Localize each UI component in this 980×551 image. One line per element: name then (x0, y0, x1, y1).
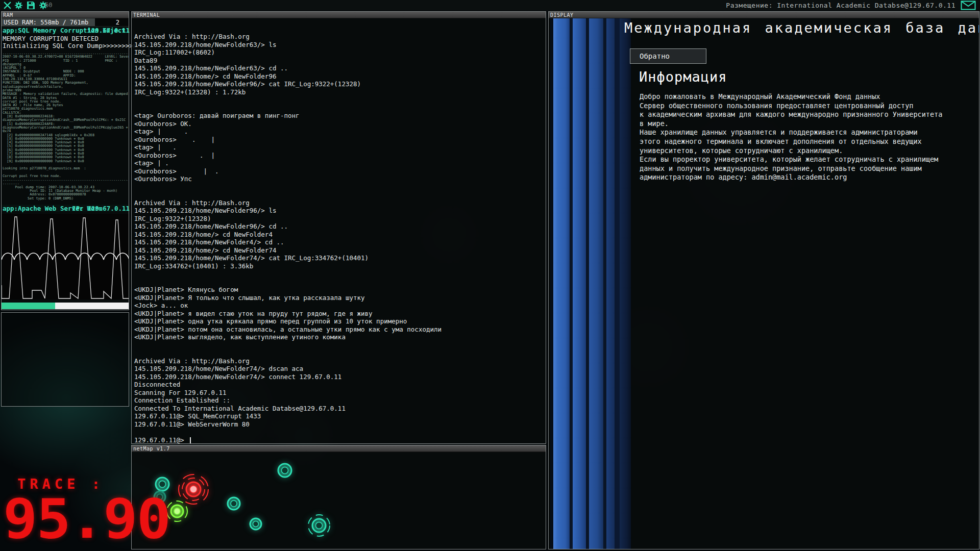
text-line: 145.105.209.218/home/NewFolder63/> ls (134, 41, 546, 49)
text-line: <Ouroboros> . | (134, 152, 546, 160)
text-line: <UKDJ|Planet> одна утка крякала прямо пе… (134, 317, 546, 325)
text-line: Archived Via : http://Bash.org (134, 33, 546, 41)
text-line: университетов, которые сотрудничают с хр… (640, 146, 942, 156)
text-line: <UKDJ|Planet> Клянусь богом (134, 286, 546, 294)
app-sql-ip: 129.67.0.11 (87, 27, 130, 34)
text-line: администраторам по адресу: admin@mail.ac… (640, 173, 942, 182)
terminal-prompt[interactable]: 129.67.0.11@> (134, 436, 546, 444)
app-webserver-worm[interactable]: app:Apache Web Server Worm IP: 129.67.0.… (2, 205, 129, 212)
text-line: <tag> Ouroboros: давай поиграем в пинг-п… (134, 112, 546, 120)
text-line (134, 96, 546, 104)
sql-core-dump-log: ........................................… (2, 49, 129, 201)
text-line: <UKDJ|Planet> потом она остановилась, а … (134, 325, 546, 334)
app-worm-ip: IP: 129.67.0.11 (72, 205, 130, 212)
text-line: <tag> | . (134, 128, 546, 136)
netmap-node-red[interactable] (179, 474, 208, 504)
text-line: <Ouroboros> Упс (134, 175, 546, 183)
connected-location: Размещение: International Academic Datab… (726, 2, 955, 9)
text-line: PID : 271000 TID : 1 PROC : (3, 59, 128, 63)
text-line: <Ouroboros> ОК. (134, 120, 546, 128)
text-line: 145.105.209.218/home/NewFolder63/> cd .. (134, 64, 546, 72)
ram-panel: RAM USED RAM: 558mb / 761mb 2 app:SQL Me… (1, 11, 129, 310)
ram-counter: 60 (45, 2, 52, 9)
terminal-lines: Archived Via : http://Bash.org145.105.20… (134, 33, 546, 436)
text-line: 145.105.209.218/home/NewFolder4/> cd .. (134, 238, 546, 246)
text-line: IRC_Log:117002+(8602) (134, 48, 546, 57)
text-line: Scanning For 129.67.0.11 (134, 389, 546, 397)
ram-scroll-indicator: 2 (116, 19, 119, 26)
text-line: <UKDJ|Planet> выглядело, как выступление… (134, 333, 546, 341)
text-line: <UKDJ|Planet> Я только что слышал, как у… (134, 294, 546, 302)
text-line: 145.105.209.218/home/NewFolder74/> cat I… (134, 254, 546, 262)
waveform-graph (2, 214, 129, 299)
text-line: 129.67.0.11@> WebServerWorm 80 (134, 420, 546, 429)
netmap-panel: netMap v1.7 (131, 445, 546, 549)
display-panel: DISPLAY Международная академическая база… (548, 11, 979, 549)
terminal-output: Archived Via : http://Bash.org145.105.20… (132, 18, 546, 444)
email-icon[interactable] (961, 1, 976, 10)
text-line (134, 278, 546, 286)
back-button[interactable]: Обратно (630, 48, 706, 64)
terminal-panel[interactable]: TERMINAL Archived Via : http://Bash.org1… (131, 11, 546, 444)
worm-waveform-display (2, 214, 129, 299)
text-line: IRC_Log:334762+(10401) : 3.36kb (134, 262, 546, 270)
text-line: данных и получить международное признани… (640, 164, 942, 173)
text-line: 145.105.209.218/home/> cd NewFolder74 (134, 246, 546, 255)
text-line: в мире. (640, 119, 942, 129)
text-cursor (190, 437, 191, 443)
text-line (134, 270, 546, 278)
text-line: <Ouroboros> . | (134, 136, 546, 144)
text-line: diagnoseMemoryCorruptionAndCrash__89MemP… (3, 126, 128, 130)
ram-panel-header: RAM (2, 12, 129, 18)
webpage-side-stripes (550, 18, 631, 549)
text-line: [9] 0x0000000000000000 ?unknown + 0x0 (3, 160, 128, 163)
text-line: к академическим архивам для каждого межд… (640, 110, 942, 119)
netmap-node-teal[interactable] (278, 464, 291, 477)
text-line: 145.105.209.218/home/NewFolder74/> conne… (134, 373, 546, 381)
gear-icon[interactable] (14, 1, 23, 10)
text-line: 145.105.209.218/home/NewFolder96/> cat I… (134, 80, 546, 88)
text-line: Disconnected (134, 381, 546, 389)
text-line (134, 349, 546, 357)
app-sql-memcorrupt[interactable]: app:SQL Memory Corruption Inject 129.67.… (2, 27, 129, 34)
netmap-node-teal[interactable] (228, 497, 240, 510)
netmap-node-teal[interactable] (250, 518, 261, 530)
text-line: Archived Via : http://Bash.org (134, 199, 546, 207)
text-line: <tag> | . (134, 143, 546, 152)
netmap-panel-header: netMap v1.7 (132, 445, 546, 452)
text-line: ........................................… (3, 178, 128, 182)
text-line: Сервер общественного пользования предост… (640, 102, 942, 111)
display-panel-header: DISPLAY (549, 12, 979, 18)
text-line (134, 104, 546, 112)
text-line: Наше хранилище данных управляется и подд… (640, 128, 942, 137)
log-display-box (1, 312, 129, 407)
memory-corruption-status: MEMORY CORRUPTION DETECED Initializing S… (2, 34, 129, 49)
terminal-panel-header: TERMINAL (132, 12, 546, 18)
text-line: Data89 (134, 57, 546, 65)
text-line (134, 183, 546, 191)
text-line: 129.67.0.11@> SQL_MemCorrupt 1433 (134, 412, 546, 420)
worm-progress-fill (2, 303, 55, 309)
text-line: Looking into p2710070_diagnostics.mem : (3, 167, 128, 170)
netmap-canvas[interactable] (132, 452, 546, 549)
text-line (134, 341, 546, 349)
status-line: Initializing SQL Core Dump>>>>>>>>> (3, 42, 128, 49)
webpage-title: Международная академическая база данных (624, 20, 979, 36)
worm-progress-bar (2, 303, 129, 309)
ram-usage-text: USED RAM: 558mb / 761mb (4, 19, 88, 26)
text-line: Archived Via : http://Bash.org (134, 357, 546, 365)
text-line: Connection Established :: (134, 396, 546, 405)
text-line: 145.105.209.218/home/NewFolder96/> ls (134, 207, 546, 215)
netmap-node-teal-arcs[interactable] (308, 515, 330, 536)
close-icon[interactable] (3, 1, 12, 10)
text-line (134, 191, 546, 199)
info-section-title: Информация (639, 69, 727, 85)
text-line: p2710070_diagnostics.mem (3, 107, 128, 111)
ram-usage-bar: USED RAM: 558mb / 761mb 2 (2, 18, 129, 27)
text-line (134, 428, 546, 436)
text-line: IRC_Log:9322+(12328) : 1.72kb (134, 88, 546, 96)
text-line: 145.105.209.218/home/> cd NewFolder4 (134, 231, 546, 239)
text-line: этого надежного терминала и включает доп… (640, 137, 942, 146)
save-icon[interactable] (27, 1, 35, 10)
text-line: <UKDJ|Planet> я видел стаю уток на пруду… (134, 310, 546, 318)
